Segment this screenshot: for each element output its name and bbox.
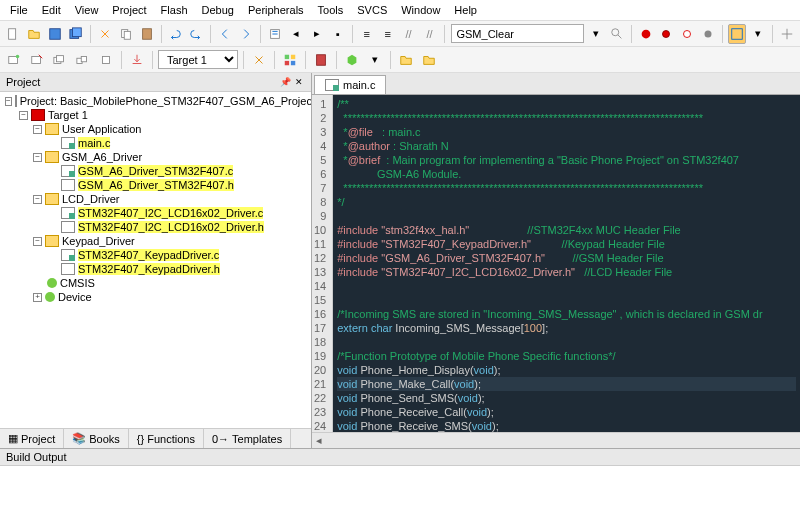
menu-file[interactable]: File [4,2,34,18]
tree-toggle[interactable]: − [33,195,42,204]
rebuild-icon[interactable] [50,50,70,70]
manage-rtenv-icon[interactable] [280,50,300,70]
tree-label[interactable]: Project: Basic_MobilePhone_STM32F407_GSM… [20,95,311,107]
download-icon[interactable] [127,50,147,70]
tree-label[interactable]: GSM_A6_Driver [62,151,142,163]
tree-label[interactable]: STM32F407_I2C_LCD16x02_Driver.h [78,221,264,233]
stop-build-icon[interactable] [96,50,116,70]
tree-icon [45,151,59,163]
tree-icon [45,235,59,247]
panel-close-icon[interactable]: ✕ [293,76,305,88]
save-icon[interactable] [46,24,64,44]
tab-templates[interactable]: 0→Templates [204,429,291,448]
menu-help[interactable]: Help [448,2,483,18]
outdent-icon[interactable]: ≡ [379,24,397,44]
tree-toggle[interactable]: − [33,153,42,162]
svg-point-10 [663,30,670,37]
indent-icon[interactable]: ≡ [358,24,376,44]
undo-icon[interactable] [166,24,184,44]
uncomment-icon[interactable]: // [421,24,439,44]
build-output-panel: Build Output [0,448,800,506]
save-all-icon[interactable] [67,24,85,44]
tree-toggle[interactable]: + [33,293,42,302]
breakpoint-icon[interactable] [658,24,676,44]
folder2-icon[interactable] [419,50,439,70]
tree-label[interactable]: GSM_A6_Driver_STM32F407.c [78,165,233,177]
target-select[interactable]: Target 1 [158,50,238,69]
bookmark-clear-icon[interactable]: ▪ [329,24,347,44]
tree-label[interactable]: STM32F407_KeypadDriver.c [78,249,219,261]
dropdown-icon[interactable]: ▾ [749,24,767,44]
tree-toggle[interactable]: − [5,97,12,106]
nav-fwd-icon[interactable] [237,24,255,44]
project-tree[interactable]: −Project: Basic_MobilePhone_STM32F407_GS… [0,92,311,428]
find-icon[interactable] [608,24,626,44]
tab-functions[interactable]: {}Functions [129,429,204,448]
tree-toggle[interactable]: − [33,237,42,246]
menu-project[interactable]: Project [106,2,152,18]
tree-label[interactable]: CMSIS [60,277,95,289]
tree-label[interactable]: main.c [78,137,110,149]
svg-rect-22 [285,54,289,58]
new-file-icon[interactable] [4,24,22,44]
folder-open-icon[interactable] [396,50,416,70]
kill-bp-icon[interactable] [699,24,717,44]
tree-toggle[interactable]: − [19,111,28,120]
file-tab-main[interactable]: main.c [314,75,386,94]
options-icon[interactable] [249,50,269,70]
build-output-title: Build Output [0,449,800,466]
tree-label[interactable]: STM32F407_I2C_LCD16x02_Driver.c [78,207,263,219]
paste-icon[interactable] [138,24,156,44]
copy-icon[interactable] [117,24,135,44]
file-tabs: main.c [312,73,800,95]
translate-icon[interactable] [4,50,24,70]
menu-edit[interactable]: Edit [36,2,67,18]
code-editor[interactable]: /** ************************************… [333,95,800,432]
nav-back-icon[interactable] [216,24,234,44]
build-icon[interactable] [27,50,47,70]
bookmark-next-icon[interactable]: ▸ [308,24,326,44]
menu-flash[interactable]: Flash [155,2,194,18]
tab-icon: {} [137,433,144,445]
build-output-body[interactable] [0,466,800,506]
search-input[interactable] [451,24,583,43]
svg-rect-3 [72,27,81,36]
disable-bp-icon[interactable] [678,24,696,44]
debug-icon[interactable] [637,24,655,44]
menu-peripherals[interactable]: Peripherals [242,2,310,18]
panel-pin-icon[interactable]: 📌 [279,76,291,88]
pack-updn-icon[interactable]: ▾ [365,50,385,70]
tree-icon [61,249,75,261]
tree-label[interactable]: Target 1 [48,109,88,121]
search-dropdown-icon[interactable]: ▾ [587,24,605,44]
window-icon[interactable] [728,24,746,44]
menu-view[interactable]: View [69,2,105,18]
tree-label[interactable]: GSM_A6_Driver_STM32F407.h [78,179,234,191]
open-icon[interactable] [25,24,43,44]
tree-label[interactable]: STM32F407_KeypadDriver.h [78,263,220,275]
redo-icon[interactable] [187,24,205,44]
tree-label[interactable]: Keypad_Driver [62,235,135,247]
editor-area: main.c 123456789101112131415161718192021… [312,73,800,448]
menu-tools[interactable]: Tools [312,2,350,18]
tree-label[interactable]: LCD_Driver [62,193,119,205]
bookmark-prev-icon[interactable]: ◂ [287,24,305,44]
comment-icon[interactable]: // [400,24,418,44]
tree-label[interactable]: User Application [62,123,142,135]
tab-books[interactable]: 📚Books [64,429,129,448]
tree-label[interactable]: Device [58,291,92,303]
tree-toggle[interactable]: − [33,125,42,134]
tab-project[interactable]: ▦Project [0,429,64,448]
batch-build-icon[interactable] [73,50,93,70]
menu-debug[interactable]: Debug [196,2,240,18]
cut-icon[interactable] [96,24,114,44]
horizontal-scrollbar[interactable]: ◂ [312,432,800,448]
bookmark-icon[interactable] [266,24,284,44]
tree-icon [61,263,75,275]
book-icon[interactable] [311,50,331,70]
config-icon[interactable] [778,24,796,44]
menu-window[interactable]: Window [395,2,446,18]
pack-green-icon[interactable] [342,50,362,70]
menu-svcs[interactable]: SVCS [351,2,393,18]
tab-icon: ▦ [8,432,18,445]
